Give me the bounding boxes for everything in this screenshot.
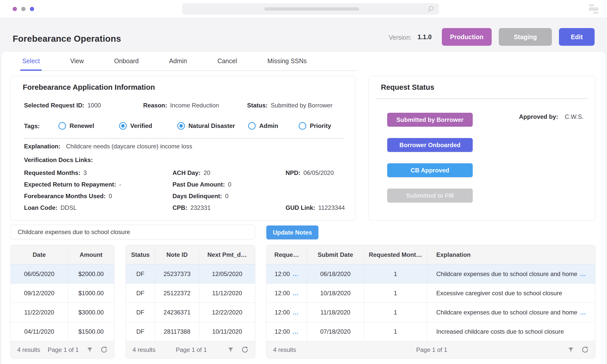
edit-button[interactable]: Edit [559, 28, 595, 46]
tab-view[interactable]: View [70, 57, 84, 70]
radio-icon[interactable] [177, 122, 185, 130]
table-cell[interactable]: 10/18/2020 [307, 284, 364, 303]
table-cell[interactable]: Excessive caregiver cost due to school c… [427, 284, 595, 303]
table-cell[interactable]: 25237373 [155, 264, 199, 283]
tag-radio-verified[interactable]: Verified [119, 122, 152, 130]
refresh-icon[interactable] [581, 346, 589, 354]
table-cell[interactable]: 12/22/2020 [199, 303, 255, 322]
refresh-icon[interactable] [100, 346, 107, 354]
table-cell[interactable]: 12:00… [267, 264, 307, 283]
staging-button[interactable]: Staging [499, 28, 552, 46]
table-cell[interactable]: $3000.00 [68, 303, 114, 322]
table-cell[interactable]: DF [126, 264, 155, 283]
tab-admin[interactable]: Admin [169, 57, 187, 70]
radio-icon[interactable] [58, 122, 66, 130]
table-cell[interactable]: 11/22/2020 [11, 303, 68, 322]
truncated-text-ellipsis-icon[interactable]: … [580, 309, 586, 316]
table-cell[interactable]: 09/12/2020 [11, 284, 68, 303]
table-row[interactable]: 12:00…06/18/20201Childcare expenses due … [267, 264, 595, 284]
column-header-submit-date[interactable]: Submit Date [307, 245, 364, 264]
radio-icon[interactable] [299, 122, 306, 130]
table-cell[interactable]: $1500.00 [68, 322, 114, 341]
production-button[interactable]: Production [442, 28, 492, 46]
table-row[interactable]: 09/12/2020$1000.00 [11, 284, 114, 303]
table-cell[interactable]: 04/11/2020 [11, 322, 68, 341]
table-row[interactable]: 04/11/2020$1500.00 [11, 322, 114, 341]
table-row[interactable]: DF2512237211/12/2020 [126, 284, 255, 303]
table-row[interactable]: DF2423637112/22/2020 [126, 303, 255, 322]
column-header-next-pmt-d[interactable]: Next Pmt_d… [199, 245, 255, 264]
status-step-submitted-to-fm[interactable]: Submitted to FM [387, 189, 473, 202]
browser-menu-icon[interactable] [588, 4, 599, 14]
table-cell[interactable]: Childcare expenses due to school closure… [427, 264, 595, 283]
table-cell[interactable]: 1 [364, 303, 427, 322]
refresh-icon[interactable] [241, 346, 248, 354]
table-cell[interactable]: 25122372 [155, 284, 199, 303]
tab-onboard[interactable]: Onboard [114, 57, 139, 70]
tag-radio-admin[interactable]: Admin [248, 122, 278, 130]
table-cell[interactable]: 24236371 [155, 303, 199, 322]
truncated-text-ellipsis-icon[interactable]: … [580, 270, 586, 277]
truncated-text-ellipsis-icon[interactable]: … [292, 328, 299, 335]
table-row[interactable]: DF2523737312/05/2020 [126, 264, 255, 284]
table-cell[interactable]: DF [126, 284, 155, 303]
status-step-borrower-onboarded[interactable]: Borrower Onboarded [387, 138, 473, 152]
table-row[interactable]: 12:00…07/18/20201Increased childcare cos… [267, 322, 595, 341]
tab-cancel[interactable]: Cancel [217, 57, 237, 70]
table-cell[interactable]: DF [126, 303, 155, 322]
status-step-cb-approved[interactable]: CB Approved [387, 163, 473, 177]
truncated-text-ellipsis-icon[interactable]: … [292, 270, 299, 277]
table-cell[interactable]: $2000.00 [68, 264, 114, 283]
window-dot-maximize[interactable] [30, 7, 34, 11]
table-cell[interactable]: 11/12/2020 [199, 284, 255, 303]
table-row[interactable]: DF2811738810/11/2020 [126, 322, 255, 341]
truncated-text-ellipsis-icon[interactable]: … [292, 309, 299, 316]
table-cell[interactable]: 28117388 [155, 322, 199, 341]
table-cell[interactable]: Increased childcare costs due to school … [427, 322, 595, 341]
filter-icon[interactable] [227, 346, 234, 353]
table-cell[interactable]: 12:00… [267, 303, 307, 322]
tag-radio-natural-disaster[interactable]: Natural Disaster [177, 122, 235, 130]
window-dot-minimize[interactable] [21, 7, 26, 11]
table-cell[interactable]: 1 [364, 322, 427, 341]
column-header-status[interactable]: Status [126, 245, 155, 264]
table-cell[interactable]: DF [126, 322, 155, 341]
table-cell[interactable]: 07/18/2020 [307, 322, 364, 341]
column-header-note-id[interactable]: Note ID [155, 245, 199, 264]
table-cell[interactable]: 06/18/2020 [307, 264, 364, 283]
filter-icon[interactable] [86, 346, 93, 353]
table-cell[interactable]: 1 [364, 264, 427, 283]
column-header-requested-mont[interactable]: Requested Mont… [364, 245, 427, 264]
notes-input[interactable] [10, 225, 255, 239]
window-dot-close[interactable] [13, 7, 17, 11]
table-row[interactable]: 06/05/2020$2000.00 [11, 264, 114, 284]
table-cell[interactable]: 11/18/2020 [307, 303, 364, 322]
tab-missing-ssns[interactable]: Missing SSNs [267, 57, 307, 70]
status-step-submitted-by-borrower[interactable]: Submitted by Borrower [387, 113, 473, 127]
radio-icon[interactable] [248, 122, 256, 130]
tag-radio-priority[interactable]: Priority [299, 122, 331, 130]
tag-radio-renewel[interactable]: Renewel [58, 122, 94, 130]
table-row[interactable]: 11/22/2020$3000.00 [11, 303, 114, 322]
table-cell[interactable]: 1 [364, 284, 427, 303]
truncated-text-ellipsis-icon[interactable]: … [292, 290, 299, 297]
table-cell[interactable]: 12:00… [267, 322, 307, 341]
table-row[interactable]: 12:00…10/18/20201Excessive caregiver cos… [267, 284, 595, 303]
column-header-amount[interactable]: Amount [68, 245, 114, 264]
table-cell[interactable]: 12/05/2020 [199, 264, 255, 283]
tab-select[interactable]: Select [22, 57, 40, 70]
table-cell[interactable]: Childcare expenses due to school closure… [427, 303, 595, 322]
address-search-bar[interactable] [182, 3, 439, 15]
table-cell[interactable]: $1000.00 [68, 284, 114, 303]
filter-icon[interactable] [567, 346, 574, 353]
column-header-explanation[interactable]: Explanation [427, 245, 595, 264]
column-header-date[interactable]: Date [11, 245, 68, 264]
table-cell[interactable]: 10/11/2020 [199, 322, 255, 341]
column-header-reque[interactable]: Reque… [267, 245, 307, 264]
table-row[interactable]: 12:00…11/18/20201Childcare expenses due … [267, 303, 595, 322]
table-cell[interactable]: 12:00… [267, 284, 307, 303]
table-cell[interactable]: 06/05/2020 [11, 264, 68, 283]
search-icon[interactable] [427, 5, 435, 13]
update-notes-button[interactable]: Update Notes [266, 225, 318, 239]
radio-icon[interactable] [119, 122, 127, 130]
